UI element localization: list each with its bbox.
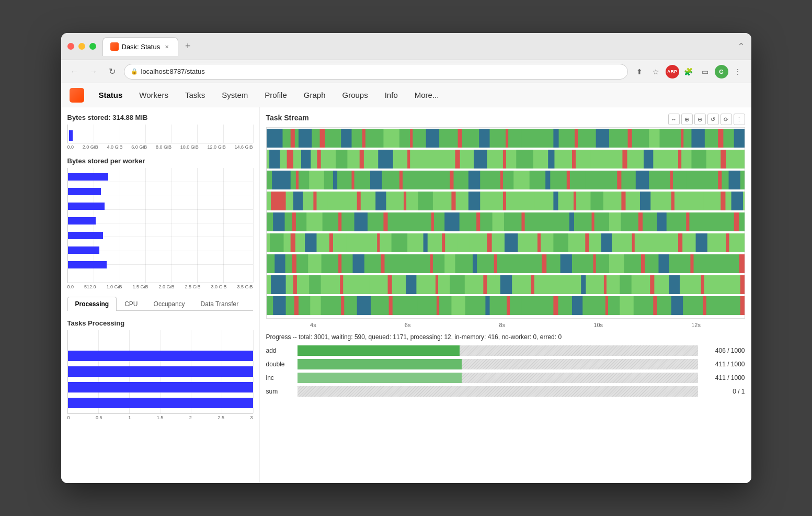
browser-window: Dask: Status ✕ + ⌃ ← → ↻ 🔒 localhost:878… bbox=[61, 33, 751, 483]
time-label-8s: 8s bbox=[499, 322, 506, 328]
svg-rect-32 bbox=[420, 150, 431, 169]
bytes-per-worker-title: Bytes stored per worker bbox=[67, 157, 253, 165]
svg-rect-105 bbox=[609, 212, 621, 231]
svg-rect-145 bbox=[510, 254, 523, 273]
ts-reset-btn[interactable]: ↺ bbox=[707, 114, 719, 125]
svg-rect-37 bbox=[548, 150, 554, 169]
progress-label-sum: sum bbox=[266, 388, 298, 395]
svg-rect-153 bbox=[706, 254, 719, 273]
svg-rect-59 bbox=[566, 171, 569, 189]
svg-rect-62 bbox=[635, 171, 648, 189]
svg-rect-71 bbox=[327, 192, 340, 210]
progress-row-inc: inc 411 / 1000 bbox=[266, 372, 745, 384]
url-bar[interactable]: 🔒 localhost:8787/status bbox=[124, 64, 628, 80]
svg-rect-140 bbox=[398, 254, 413, 273]
svg-rect-136 bbox=[308, 254, 321, 273]
nav-graph[interactable]: Graph bbox=[295, 86, 334, 104]
nav-groups[interactable]: Groups bbox=[334, 86, 376, 104]
svg-rect-183 bbox=[388, 296, 392, 315]
svg-rect-129 bbox=[646, 233, 660, 252]
svg-rect-133 bbox=[267, 254, 745, 273]
sidebar-button[interactable]: ▭ bbox=[698, 64, 713, 79]
bytes-bar bbox=[69, 130, 73, 141]
svg-rect-178 bbox=[273, 296, 285, 315]
active-tab[interactable]: Dask: Status ✕ bbox=[102, 37, 179, 56]
tab-data-transfer[interactable]: Data Transfer bbox=[193, 297, 247, 311]
nav-system[interactable]: System bbox=[213, 86, 256, 104]
svg-rect-84 bbox=[639, 192, 650, 210]
svg-rect-95 bbox=[383, 212, 387, 231]
svg-rect-1 bbox=[267, 129, 282, 148]
svg-rect-51 bbox=[370, 171, 382, 189]
svg-rect-85 bbox=[671, 192, 674, 210]
ts-menu-btn[interactable]: ⋮ bbox=[734, 114, 745, 125]
svg-rect-143 bbox=[473, 254, 477, 273]
svg-rect-191 bbox=[571, 296, 582, 315]
svg-rect-75 bbox=[418, 192, 432, 210]
svg-rect-167 bbox=[531, 275, 534, 294]
back-button[interactable]: ← bbox=[67, 64, 82, 79]
ts-zoom-out-btn[interactable]: ⊖ bbox=[694, 114, 706, 125]
svg-rect-49 bbox=[333, 171, 337, 189]
svg-rect-169 bbox=[581, 275, 586, 294]
svg-rect-96 bbox=[402, 212, 412, 231]
svg-rect-100 bbox=[492, 212, 504, 231]
bytes-stored-section: Bytes stored: 314.88 MiB 0.02.0 GiB4.0 bbox=[67, 114, 253, 151]
svg-rect-162 bbox=[406, 275, 416, 294]
abp-extension[interactable]: ABP bbox=[666, 65, 679, 78]
svg-rect-150 bbox=[641, 254, 644, 273]
task-bar-4 bbox=[68, 398, 253, 408]
svg-rect-89 bbox=[267, 212, 745, 231]
tab-close-button[interactable]: ✕ bbox=[163, 43, 170, 50]
forward-button[interactable]: → bbox=[86, 64, 101, 79]
svg-rect-66 bbox=[728, 171, 740, 189]
svg-rect-142 bbox=[444, 254, 455, 273]
nav-more[interactable]: More... bbox=[406, 86, 448, 104]
svg-rect-173 bbox=[669, 275, 679, 294]
ts-refresh-btn[interactable]: ⟳ bbox=[720, 114, 732, 125]
task-bar-2 bbox=[68, 366, 253, 377]
tab-occupancy[interactable]: Occupancy bbox=[146, 297, 193, 311]
svg-rect-122 bbox=[487, 233, 491, 252]
share-button[interactable]: ⬆ bbox=[632, 64, 647, 79]
svg-rect-55 bbox=[468, 171, 479, 189]
tab-cpu[interactable]: CPU bbox=[117, 297, 145, 311]
profile-avatar[interactable]: G bbox=[715, 65, 728, 78]
time-label-6s: 6s bbox=[405, 322, 411, 328]
bookmark-button[interactable]: ☆ bbox=[649, 64, 664, 79]
nav-info[interactable]: Info bbox=[376, 86, 406, 104]
svg-rect-159 bbox=[340, 275, 343, 294]
tab-title: Dask: Status bbox=[122, 43, 161, 51]
svg-rect-76 bbox=[451, 192, 455, 210]
extensions-button[interactable]: 🧩 bbox=[681, 64, 696, 79]
nav-profile[interactable]: Profile bbox=[256, 86, 295, 104]
svg-rect-36 bbox=[516, 150, 533, 169]
svg-rect-26 bbox=[301, 150, 311, 169]
nav-tasks[interactable]: Tasks bbox=[177, 86, 213, 104]
minimize-button[interactable] bbox=[78, 43, 85, 50]
ts-pan-btn[interactable]: ↔ bbox=[668, 114, 680, 125]
svg-rect-151 bbox=[658, 254, 669, 273]
tab-bar: Dask: Status ✕ + bbox=[102, 37, 737, 56]
new-tab-button[interactable]: + bbox=[180, 39, 195, 54]
reload-button[interactable]: ↻ bbox=[105, 64, 120, 79]
maximize-button[interactable] bbox=[89, 43, 96, 50]
progress-header: Progress -- total: 3001, waiting: 590, q… bbox=[266, 333, 745, 341]
chart-tabs: Processing CPU Occupancy Data Transfer bbox=[67, 297, 253, 311]
menu-button[interactable]: ⋮ bbox=[730, 64, 745, 79]
progress-row-sum: sum 0 / 1 bbox=[266, 386, 745, 397]
ts-zoom-in-btn[interactable]: ⊕ bbox=[681, 114, 693, 125]
svg-rect-141 bbox=[430, 254, 432, 273]
close-button[interactable] bbox=[67, 43, 74, 50]
progress-label-double: double bbox=[266, 361, 298, 368]
svg-rect-181 bbox=[341, 296, 344, 315]
left-panel: Bytes stored: 314.88 MiB 0.02.0 GiB4.0 bbox=[61, 107, 260, 483]
nav-status[interactable]: Status bbox=[90, 86, 131, 104]
svg-rect-180 bbox=[310, 296, 321, 315]
nav-workers[interactable]: Workers bbox=[131, 86, 177, 104]
svg-rect-198 bbox=[740, 296, 744, 315]
tab-processing[interactable]: Processing bbox=[67, 297, 117, 311]
svg-rect-18 bbox=[649, 129, 659, 148]
svg-rect-190 bbox=[553, 296, 558, 315]
svg-rect-93 bbox=[338, 212, 341, 231]
